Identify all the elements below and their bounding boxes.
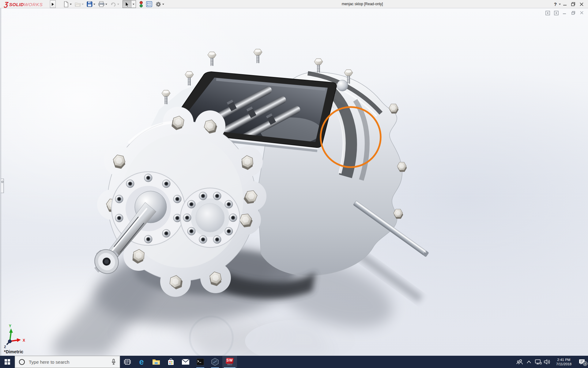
taskbar-solidworks[interactable]: SW 2017 (222, 356, 237, 368)
doc-close-button[interactable] (579, 10, 585, 16)
save-dropdown-caret[interactable] (93, 4, 95, 5)
search-input[interactable]: Type here to search (15, 356, 120, 368)
print-button[interactable] (97, 0, 108, 8)
help-button[interactable]: ? (553, 2, 558, 7)
hexagon-app-icon (211, 358, 219, 366)
network-button[interactable] (533, 356, 543, 368)
edge-icon: e (139, 358, 144, 366)
taskbar-store[interactable] (164, 356, 178, 368)
taskbar: Type here to search e SW 2017 (0, 356, 588, 368)
undo-dropdown-caret[interactable] (117, 4, 119, 5)
network-icon (534, 359, 542, 365)
doc-restore-button[interactable] (570, 10, 576, 16)
open-button[interactable] (74, 0, 85, 8)
quick-access-toolbar (62, 0, 166, 8)
windows-logo-icon (5, 359, 10, 365)
mail-icon (182, 359, 190, 365)
restore-button[interactable] (569, 0, 577, 8)
minimize-button[interactable] (561, 0, 569, 8)
microsoft-store-icon (167, 358, 175, 366)
system-tray: 2:41 PM 7/11/2018 3 (515, 356, 588, 368)
model-render[interactable]: Y X Z (0, 8, 588, 356)
solidworks-logo: ƷSOLIDWORKS (4, 1, 43, 8)
print-icon (98, 1, 104, 7)
start-button[interactable] (0, 356, 15, 368)
menu-flyout-button[interactable] (50, 0, 56, 8)
new-document-button[interactable] (62, 0, 73, 8)
cortana-icon (19, 359, 25, 365)
print-dropdown-caret[interactable] (105, 4, 107, 5)
action-center-button[interactable]: 3 (576, 356, 588, 368)
new-document-icon (63, 1, 69, 7)
solidworks-logo-mark: Ʒ (4, 1, 9, 8)
open-dropdown-caret[interactable] (82, 4, 84, 5)
solidworks-window: ƷSOLIDWORKS (0, 0, 588, 368)
file-explorer-icon (152, 358, 160, 365)
triad-x-label: X (23, 338, 25, 343)
options-button[interactable] (154, 0, 165, 8)
clock-date: 7/11/2018 (554, 362, 574, 366)
file-properties-button[interactable] (145, 0, 153, 8)
taskbar-clock[interactable]: 2:41 PM 7/11/2018 (554, 358, 574, 366)
taskbar-file-explorer[interactable] (149, 356, 164, 368)
taskbar-edge[interactable]: e (134, 356, 149, 368)
rebuild-trafficlight-icon (139, 1, 143, 8)
taskbar-mail[interactable] (178, 356, 193, 368)
volume-button[interactable] (543, 356, 552, 368)
open-folder-icon (75, 2, 81, 7)
search-placeholder: Type here to search (29, 359, 111, 365)
notification-badge: 3 (583, 361, 587, 366)
options-dropdown-caret[interactable] (162, 4, 164, 5)
undo-button[interactable] (109, 0, 120, 8)
command-prompt-icon (197, 358, 204, 365)
select-dropdown-caret (133, 4, 134, 5)
close-button[interactable] (577, 0, 586, 8)
people-button[interactable] (515, 356, 524, 368)
select-dropdown[interactable] (131, 1, 136, 8)
microphone-icon[interactable] (111, 359, 116, 365)
tray-overflow-button[interactable] (524, 356, 533, 368)
document-window-controls (545, 10, 585, 16)
pane-back-button[interactable] (545, 10, 551, 16)
triad-z-label: Z (4, 345, 6, 349)
document-title: menjac sklop [Read-only] (342, 2, 383, 6)
task-view-button[interactable] (120, 356, 135, 368)
options-gear-icon (155, 1, 161, 7)
doc-minimize-button[interactable] (562, 10, 568, 16)
window-controls: ? (553, 0, 586, 8)
graphics-area[interactable]: Y X Z *Dimetric (0, 8, 588, 356)
undo-arrow-icon (110, 2, 116, 7)
select-cursor-icon[interactable] (123, 1, 131, 8)
solidworks-2017-icon: SW 2017 (226, 358, 234, 366)
new-dropdown-caret[interactable] (70, 4, 72, 5)
select-tool-button[interactable] (123, 0, 136, 8)
taskbar-hexagon-app[interactable] (208, 356, 222, 368)
flyout-arrow-icon (52, 3, 54, 6)
save-floppy-icon (87, 1, 92, 7)
chevron-up-icon (527, 361, 531, 363)
speaker-icon (544, 359, 551, 365)
task-view-icon (124, 358, 131, 365)
save-button[interactable] (86, 0, 96, 8)
taskbar-command-prompt[interactable] (193, 356, 208, 368)
file-properties-icon (146, 1, 152, 7)
people-icon (516, 359, 523, 365)
rebuild-button[interactable] (138, 0, 144, 8)
clock-time: 2:41 PM (554, 358, 574, 362)
titlebar: ƷSOLIDWORKS (0, 0, 588, 8)
triad-y-label: Y (9, 324, 11, 328)
view-orientation-label: *Dimetric (4, 349, 23, 354)
pane-forward-button[interactable] (553, 10, 559, 16)
